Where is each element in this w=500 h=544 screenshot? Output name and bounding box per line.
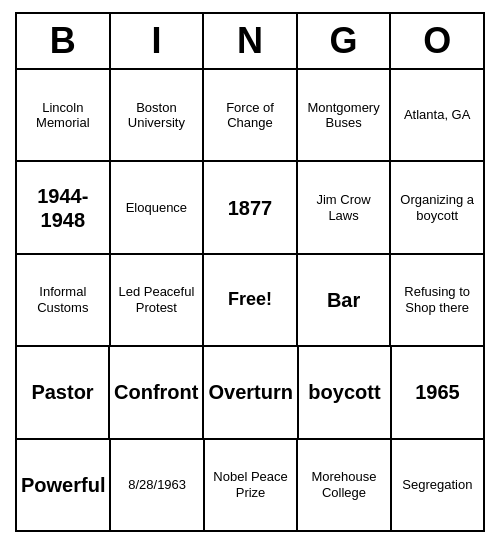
bingo-cell-4-1: 8/28/1963 [111, 440, 204, 530]
bingo-cell-4-4: Segregation [392, 440, 483, 530]
bingo-cell-1-0: 1944-1948 [17, 162, 111, 252]
bingo-cell-1-1: Eloquence [111, 162, 205, 252]
bingo-cell-2-3: Bar [298, 255, 392, 345]
bingo-cell-1-2: 1877 [204, 162, 298, 252]
bingo-row-1: 1944-1948Eloquence1877Jim Crow LawsOrgan… [17, 162, 483, 254]
bingo-cell-3-0: Pastor [17, 347, 110, 437]
bingo-cell-3-2: Overturn [204, 347, 298, 437]
bingo-row-3: PastorConfrontOverturnboycott1965 [17, 347, 483, 439]
bingo-cell-2-0: Informal Customs [17, 255, 111, 345]
header-letter-b: B [17, 14, 111, 68]
bingo-cell-2-1: Led Peaceful Protest [111, 255, 205, 345]
bingo-header: BINGO [17, 14, 483, 70]
bingo-row-0: Lincoln MemorialBoston UniversityForce o… [17, 70, 483, 162]
bingo-cell-0-0: Lincoln Memorial [17, 70, 111, 160]
bingo-cell-0-1: Boston University [111, 70, 205, 160]
bingo-cell-4-2: Nobel Peace Prize [205, 440, 298, 530]
bingo-cell-1-3: Jim Crow Laws [298, 162, 392, 252]
bingo-cell-4-0: Powerful [17, 440, 111, 530]
bingo-cell-0-3: Montgomery Buses [298, 70, 392, 160]
header-letter-n: N [204, 14, 298, 68]
bingo-cell-1-4: Organizing a boycott [391, 162, 483, 252]
bingo-cell-3-3: boycott [299, 347, 392, 437]
bingo-cell-0-2: Force of Change [204, 70, 298, 160]
bingo-cell-3-1: Confront [110, 347, 204, 437]
header-letter-i: I [111, 14, 205, 68]
bingo-cell-4-3: Morehouse College [298, 440, 391, 530]
bingo-row-2: Informal CustomsLed Peaceful ProtestFree… [17, 255, 483, 347]
bingo-cell-3-4: 1965 [392, 347, 483, 437]
bingo-cell-0-4: Atlanta, GA [391, 70, 483, 160]
header-letter-o: O [391, 14, 483, 68]
bingo-cell-2-2: Free! [204, 255, 298, 345]
bingo-grid: Lincoln MemorialBoston UniversityForce o… [17, 70, 483, 530]
bingo-cell-2-4: Refusing to Shop there [391, 255, 483, 345]
bingo-card: BINGO Lincoln MemorialBoston UniversityF… [15, 12, 485, 532]
header-letter-g: G [298, 14, 392, 68]
bingo-row-4: Powerful8/28/1963Nobel Peace PrizeMoreho… [17, 440, 483, 530]
